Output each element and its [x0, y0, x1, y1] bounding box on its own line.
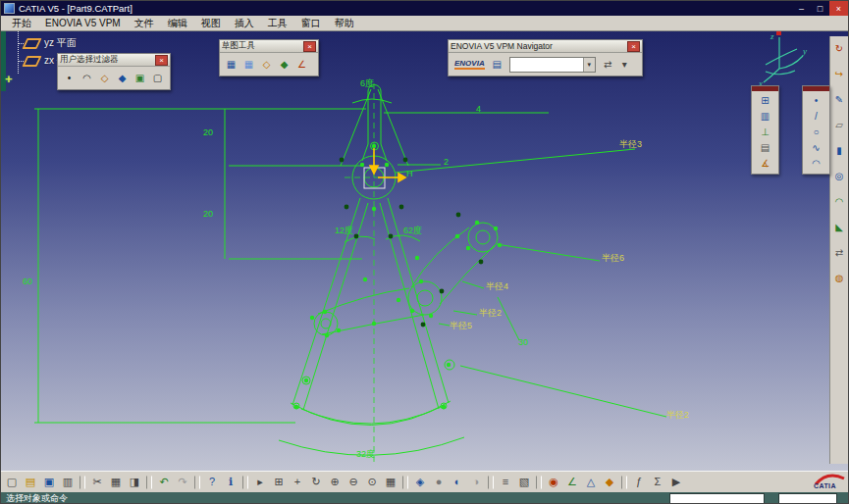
- rotate-icon[interactable]: ↻: [307, 474, 325, 491]
- menu-item[interactable]: 编辑: [161, 16, 194, 31]
- spline-tool-icon[interactable]: ∿: [809, 140, 824, 156]
- output-icon[interactable]: ◆: [601, 474, 618, 491]
- macro-icon[interactable]: ▶: [667, 474, 685, 491]
- feature-filter-icon[interactable]: ▣: [132, 70, 148, 86]
- prompt-field[interactable]: [669, 493, 765, 504]
- icon-glyph: ↻: [311, 477, 320, 487]
- redo-icon[interactable]: ↷: [174, 474, 191, 491]
- save-icon[interactable]: ▣: [40, 474, 58, 491]
- circle-tool-icon[interactable]: ○: [809, 125, 824, 140]
- menu-item[interactable]: 视图: [194, 16, 228, 31]
- constraint-icon[interactable]: ∠: [563, 474, 581, 491]
- tree-item-yz-plane[interactable]: yz 平面: [13, 34, 77, 52]
- selection-filter-titlebar[interactable]: 用户选择过滤器 ×: [58, 54, 170, 67]
- cut-icon[interactable]: ✂: [88, 474, 106, 491]
- enovia-titlebar[interactable]: ENOVIA V5 VPM Navigator ×: [449, 40, 642, 53]
- knowledge-icon[interactable]: ƒ: [630, 474, 648, 491]
- maximize-button[interactable]: □: [811, 1, 829, 16]
- help-icon[interactable]: ?: [203, 474, 221, 491]
- axis-origin-icon[interactable]: +: [5, 72, 13, 86]
- menu-item[interactable]: 开始: [5, 16, 38, 31]
- enovia-environment-combo[interactable]: ▾: [509, 57, 596, 73]
- snap-icon[interactable]: ◉: [545, 474, 562, 491]
- geometrical-constraints-icon[interactable]: ◆: [276, 56, 292, 73]
- toolbar-title: 草图工具: [222, 40, 300, 52]
- point-filter-icon[interactable]: •: [61, 70, 78, 86]
- paste-icon[interactable]: ◨: [126, 474, 143, 491]
- pad-icon[interactable]: ▮: [831, 143, 847, 159]
- view-compass[interactable]: z y x: [753, 27, 810, 88]
- menu-item[interactable]: 插入: [228, 16, 261, 31]
- fit-all-in-icon[interactable]: ⊞: [270, 474, 288, 491]
- menu-item[interactable]: 窗口: [294, 16, 328, 31]
- axis-system-icon[interactable]: ⊥: [758, 125, 773, 140]
- properties-icon[interactable]: ▧: [515, 474, 533, 491]
- fillet-icon[interactable]: ◠: [831, 194, 847, 210]
- analysis-icon[interactable]: △: [582, 474, 600, 491]
- sketcher-icon[interactable]: ✎: [831, 92, 847, 108]
- menu-item[interactable]: 工具: [261, 16, 294, 31]
- measure-between-icon[interactable]: ∡: [758, 156, 773, 172]
- apply-material-icon[interactable]: ◍: [831, 271, 847, 286]
- shading-icon[interactable]: ●: [430, 474, 448, 491]
- isometric-view-icon[interactable]: ◈: [411, 474, 429, 491]
- specification-tree-icon[interactable]: ⊞: [758, 93, 773, 109]
- hole-icon[interactable]: ◎: [831, 169, 847, 184]
- menu-item[interactable]: 帮助: [328, 16, 361, 31]
- 3d-viewport[interactable]: 6度4202半径32012度62度半径660半径4半径2半径530半径232度H…: [1, 30, 849, 471]
- grid-icon[interactable]: ▦: [223, 56, 239, 73]
- line-tool-icon[interactable]: /: [809, 109, 824, 125]
- title-bar[interactable]: CATIA V5 - [Part9.CATPart] – □ ×: [1, 1, 848, 16]
- close-icon[interactable]: ×: [627, 41, 640, 52]
- whats-this-icon[interactable]: ℹ: [222, 474, 239, 491]
- hide-show-icon[interactable]: ◐: [449, 474, 466, 491]
- chevron-down-icon[interactable]: ▾: [583, 58, 595, 72]
- pan-icon[interactable]: +: [289, 474, 306, 491]
- toolbar-grip[interactable]: [752, 86, 778, 91]
- zoom-out-icon[interactable]: ⊖: [345, 474, 362, 491]
- tree-item-label: yz 平面: [44, 36, 77, 50]
- sketch-canvas[interactable]: [1, 30, 849, 471]
- icon-glyph: ✂: [92, 477, 101, 487]
- chamfer-icon[interactable]: ◣: [831, 220, 847, 235]
- surface-filter-icon[interactable]: ◇: [96, 70, 113, 86]
- undo-icon[interactable]: ↶: [155, 474, 173, 491]
- dimensional-constraints-icon[interactable]: ∠: [293, 56, 310, 73]
- enovia-folder-icon[interactable]: ▤: [489, 56, 505, 73]
- swap-space-icon[interactable]: ◑: [467, 474, 485, 491]
- construction-element-icon[interactable]: ◇: [258, 56, 275, 73]
- normal-view-icon[interactable]: ⊙: [363, 474, 381, 491]
- zoom-in-icon[interactable]: ⊕: [326, 474, 344, 491]
- new-icon[interactable]: ▢: [3, 474, 21, 491]
- copy-icon[interactable]: ▦: [107, 474, 125, 491]
- snap-to-point-icon[interactable]: ▦: [240, 56, 257, 73]
- fly-mode-icon[interactable]: ▸: [251, 474, 269, 491]
- volume-filter-icon[interactable]: ◆: [114, 70, 131, 86]
- close-button[interactable]: ×: [829, 1, 848, 16]
- power-input-field[interactable]: [778, 493, 837, 504]
- tools-palette-icon[interactable]: ▤: [758, 140, 773, 156]
- update-icon[interactable]: ↻: [831, 41, 847, 57]
- exit-workbench-icon[interactable]: ↪: [831, 67, 847, 82]
- close-icon[interactable]: ×: [303, 41, 316, 52]
- enovia-sync-icon[interactable]: ⇄: [600, 56, 616, 73]
- menu-item[interactable]: 文件: [128, 16, 161, 31]
- plane-icon[interactable]: ▱: [831, 118, 847, 133]
- arc-tool-icon[interactable]: ◠: [809, 156, 824, 172]
- print-icon[interactable]: ▥: [59, 474, 77, 491]
- close-icon[interactable]: ×: [155, 55, 168, 66]
- minimize-button[interactable]: –: [792, 1, 811, 16]
- enovia-settings-icon[interactable]: ▾: [616, 56, 633, 73]
- open-icon[interactable]: ▤: [22, 474, 39, 491]
- menu-item[interactable]: ENOVIA V5 VPM: [38, 17, 128, 29]
- transformation-icon[interactable]: ⇄: [831, 245, 847, 261]
- geometry-filter-icon[interactable]: ▢: [149, 70, 166, 86]
- graph-icon[interactable]: ≡: [497, 474, 514, 491]
- windows-layout-icon[interactable]: ▥: [758, 109, 773, 125]
- curve-filter-icon[interactable]: ◠: [79, 70, 95, 86]
- toolbar-grip[interactable]: [803, 86, 829, 91]
- point-tool-icon[interactable]: •: [809, 93, 824, 109]
- formula-icon[interactable]: Σ: [649, 474, 666, 491]
- sketch-tools-titlebar[interactable]: 草图工具 ×: [220, 40, 318, 53]
- multi-view-icon[interactable]: ▦: [382, 474, 399, 491]
